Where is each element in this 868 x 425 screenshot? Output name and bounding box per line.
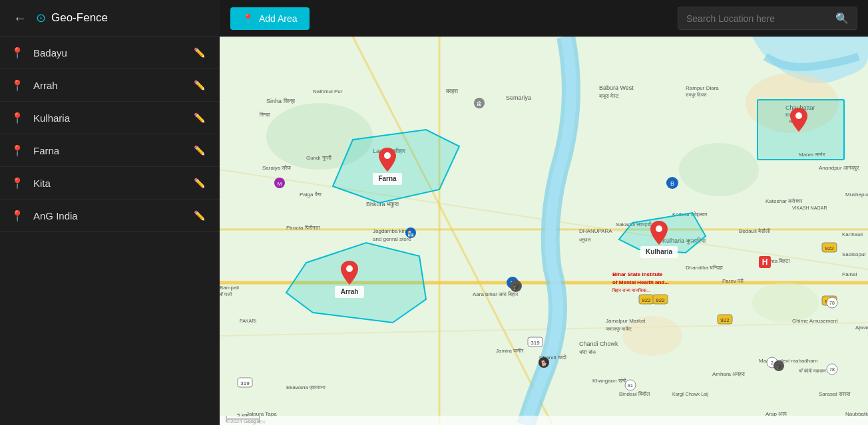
svg-text:Chandi Chowk: Chandi Chowk xyxy=(579,341,618,347)
svg-text:Ajwan अजवान: Ajwan अजवान xyxy=(855,325,868,331)
svg-text:Kargil Chowk Laij: Kargil Chowk Laij xyxy=(672,392,709,397)
location-edit-ang-india[interactable]: ✏️ xyxy=(190,209,209,222)
map-svg: Sinha सिन्हा सिन्हा Nathmul Pur बरहरा Se… xyxy=(220,37,868,425)
svg-text:Painal: Painal xyxy=(842,271,857,277)
svg-point-115 xyxy=(795,112,802,119)
add-area-label: Add Area xyxy=(259,13,298,24)
svg-text:Parev परो: Parev परो xyxy=(722,277,744,284)
svg-text:🎓: 🎓 xyxy=(513,283,521,291)
svg-text:2: 2 xyxy=(771,360,773,365)
location-edit-farna[interactable]: ✏️ xyxy=(190,144,209,157)
svg-text:922: 922 xyxy=(825,245,834,251)
svg-text:Farna: Farna xyxy=(378,175,397,182)
svg-text:Nathmul Pur: Nathmul Pur xyxy=(313,88,343,94)
search-input[interactable] xyxy=(686,13,835,24)
svg-text:922: 922 xyxy=(720,317,730,323)
main-content: 📍 Add Area 🔍 xyxy=(220,0,868,425)
svg-text:VIKASH NAGAR: VIKASH NAGAR xyxy=(792,206,827,210)
svg-text:81: 81 xyxy=(628,383,633,388)
svg-text:बाबूरा वेस्ट: बाबूरा वेस्ट xyxy=(598,92,619,99)
svg-text:Aara bihar आरा बिहार: Aara bihar आरा बिहार xyxy=(473,291,519,297)
svg-text:PAKARI: PAKARI xyxy=(240,319,256,323)
location-edit-arrah[interactable]: ✏️ xyxy=(190,78,209,92)
svg-text:Ghirne Amusement: Ghirne Amusement xyxy=(792,318,838,324)
svg-text:Sinha सिन्हा: Sinha सिन्हा xyxy=(266,98,296,104)
svg-text:Kulharia: Kulharia xyxy=(646,248,672,255)
add-area-pin-icon: 📍 xyxy=(242,13,254,24)
svg-text:रामपुर दियरा: रामपुर दियरा xyxy=(685,92,707,98)
sidebar-item-badayu[interactable]: 📍 Badayu ✏️ xyxy=(0,37,220,69)
location-pin-icon: 📍 xyxy=(11,112,24,124)
location-name-kita: Kita xyxy=(33,178,190,189)
svg-text:🎓: 🎓 xyxy=(776,364,782,370)
sidebar-item-arrah[interactable]: 📍 Arrah ✏️ xyxy=(0,69,220,102)
svg-text:Jamira जमीर: Jamira जमीर xyxy=(496,348,524,354)
location-name-arrah: Arrah xyxy=(33,80,190,91)
svg-text:of Mental Health and...: of Mental Health and... xyxy=(612,279,669,285)
svg-text:सिन्हा: सिन्हा xyxy=(259,112,270,118)
add-area-button[interactable]: 📍 Add Area xyxy=(230,7,310,30)
svg-text:78: 78 xyxy=(829,367,835,372)
geo-fence-icon: ⊙ xyxy=(36,11,46,25)
svg-text:बॉं पाली: बॉं पाली xyxy=(220,292,232,297)
location-list: 📍 Badayu ✏️ 📍 Arrah ✏️ 📍 Kulharia ✏️ 📍 F… xyxy=(0,37,220,425)
svg-text:922: 922 xyxy=(656,297,665,303)
svg-text:Amhara अमहरा: Amhara अमहरा xyxy=(712,371,745,377)
svg-point-103 xyxy=(384,152,391,159)
svg-text:©2024 Google: ©2024 Google xyxy=(226,418,261,424)
svg-text:Saraiya सरैया: Saraiya सरैया xyxy=(262,164,291,171)
svg-point-8 xyxy=(679,143,759,196)
location-edit-kulharia[interactable]: ✏️ xyxy=(190,111,209,124)
location-pin-icon: 📍 xyxy=(11,144,24,157)
location-edit-badayu[interactable]: ✏️ xyxy=(190,46,209,59)
svg-text:Bampali: Bampali xyxy=(220,285,239,291)
sidebar-item-kita[interactable]: 📍 Kita ✏️ xyxy=(0,167,220,200)
sidebar-title: Geo-Fence xyxy=(51,11,108,25)
map-container[interactable]: Sinha सिन्हा सिन्हा Nathmul Pur बरहरा Se… xyxy=(220,37,868,425)
svg-point-111 xyxy=(656,225,662,232)
svg-text:922: 922 xyxy=(642,297,651,303)
sidebar-item-farna[interactable]: 📍 Farna ✏️ xyxy=(0,134,220,167)
svg-text:चाँदी चौक: चाँदी चौक xyxy=(578,349,596,354)
location-edit-kita[interactable]: ✏️ xyxy=(190,176,209,190)
svg-text:H: H xyxy=(762,257,768,267)
svg-text:माँ वंदेवी महाधाम एं.: माँ वंदेवी महाधाम एं. xyxy=(798,368,831,373)
svg-text:Mushepur मुसेपुर: Mushepur मुसेपुर xyxy=(845,191,868,198)
location-pin-icon: 📍 xyxy=(11,210,24,222)
sidebar-item-ang-india[interactable]: 📍 AnG India ✏️ xyxy=(0,200,220,232)
topbar: 📍 Add Area 🔍 xyxy=(220,0,868,37)
svg-text:Babura West: Babura West xyxy=(599,84,634,91)
sidebar: ← ⊙ Geo-Fence 📍 Badayu ✏️ 📍 Arrah ✏️ 📍 K… xyxy=(0,0,220,425)
svg-text:Khangaon खंगो: Khangaon खंगो xyxy=(592,377,626,384)
svg-text:Sarasat सरसत: Sarasat सरसत xyxy=(819,391,851,397)
svg-text:Kateshar कतेश्वर: Kateshar कतेश्वर xyxy=(765,198,803,204)
location-name-badayu: Badayu xyxy=(33,47,190,59)
svg-text:Anandpur आनंदपुर: Anandpur आनंदपुर xyxy=(819,165,859,172)
svg-text:Gundi गुनरी: Gundi गुनरी xyxy=(306,155,331,162)
svg-text:DHANUPARA: DHANUPARA xyxy=(579,228,612,234)
svg-text:Paiga पैगा: Paiga पैगा xyxy=(300,191,322,198)
svg-text:and genral store: and genral store xyxy=(373,236,411,242)
svg-text:बिहार राज्य मानसिक...: बिहार राज्य मानसिक... xyxy=(612,287,650,293)
svg-rect-138 xyxy=(220,416,868,425)
back-button[interactable]: ← xyxy=(11,8,29,29)
svg-text:Dhandiha धन्दिहा: Dhandiha धन्दिहा xyxy=(686,265,723,271)
sidebar-item-kulharia[interactable]: 📍 Kulharia ✏️ xyxy=(0,102,220,134)
location-pin-icon: 📍 xyxy=(11,47,24,59)
sidebar-header: ← ⊙ Geo-Fence xyxy=(0,0,220,37)
svg-point-9 xyxy=(752,283,819,323)
svg-text:धनुपारा: धनुपारा xyxy=(579,237,591,243)
svg-text:Arrah: Arrah xyxy=(341,288,359,295)
svg-text:🏪: 🏪 xyxy=(407,230,414,237)
svg-text:Bihar State Institute: Bihar State Institute xyxy=(612,271,663,277)
svg-text:जमालपुर मार्केट: जमालपुर मार्केट xyxy=(605,326,632,332)
location-name-ang-india: AnG India xyxy=(33,210,190,221)
svg-text:319: 319 xyxy=(240,380,250,386)
svg-text:Pirouta पिरौनता: Pirouta पिरौनता xyxy=(286,224,320,231)
svg-text:Bedauli बेडौली: Bedauli बेडौली xyxy=(739,227,770,234)
location-pin-icon: 📍 xyxy=(11,79,24,92)
search-icon: 🔍 xyxy=(835,12,849,25)
location-name-farna: Farna xyxy=(33,145,190,156)
svg-text:Sadisopur: Sadisopur xyxy=(842,251,866,257)
location-pin-icon: 📍 xyxy=(11,177,24,190)
